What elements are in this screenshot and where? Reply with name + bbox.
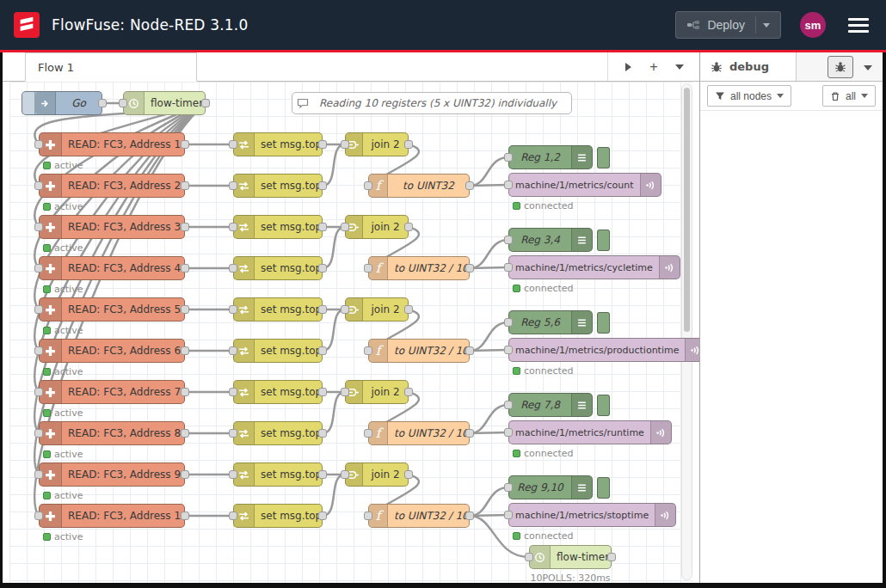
input-port[interactable]	[341, 223, 349, 231]
output-port[interactable]	[318, 388, 327, 396]
node-set-topic-8[interactable]: set msg.topic	[233, 421, 323, 445]
input-port[interactable]	[341, 470, 349, 479]
output-port[interactable]	[465, 511, 474, 520]
debug-toggle-button[interactable]	[597, 477, 610, 499]
output-port[interactable]	[318, 264, 327, 273]
input-port[interactable]	[364, 429, 372, 438]
input-port[interactable]	[341, 388, 349, 396]
scrollbar-thumb[interactable]	[684, 88, 690, 332]
deploy-chevron-down-icon[interactable]	[763, 23, 770, 28]
input-port[interactable]	[229, 264, 237, 273]
node-mqtt-count[interactable]: machine/1/metrics/countconnected	[508, 173, 661, 197]
input-port[interactable]	[504, 401, 513, 409]
node-read-address-4[interactable]: READ: FC3, Address 4active	[39, 256, 185, 280]
node-set-topic-5[interactable]: set msg.topic	[233, 297, 323, 322]
node-mqtt-cycletime[interactable]: machine/1/metrics/cycletimeconnected	[508, 255, 680, 279]
node-func-to-uint32-4[interactable]: fto UINT32 / 100	[368, 421, 470, 445]
input-port[interactable]	[504, 511, 513, 519]
output-port[interactable]	[318, 140, 327, 149]
input-port[interactable]	[229, 305, 237, 314]
node-read-address-9[interactable]: READ: FC3, Address 9active	[39, 462, 185, 487]
input-port[interactable]	[341, 140, 349, 149]
output-port[interactable]	[181, 429, 189, 438]
output-port[interactable]	[181, 305, 189, 314]
node-func-to-uint32-1[interactable]: fto UINT32	[368, 174, 470, 198]
output-port[interactable]	[181, 140, 189, 149]
debug-toggle-button[interactable]	[597, 147, 610, 168]
tab-scroll-right-button[interactable]	[617, 56, 639, 78]
input-port[interactable]	[119, 99, 127, 107]
node-debug-reg-1-2[interactable]: Reg 1,2	[508, 145, 593, 169]
node-debug-reg-3-4[interactable]: Reg 3,4	[508, 228, 593, 252]
input-port[interactable]	[504, 181, 513, 189]
output-port[interactable]	[404, 223, 413, 231]
input-port[interactable]	[504, 483, 513, 492]
node-read-address-8[interactable]: READ: FC3, Address 8active	[39, 421, 185, 445]
input-port[interactable]	[525, 553, 533, 561]
output-port[interactable]	[465, 429, 474, 438]
output-port[interactable]	[318, 470, 327, 479]
input-port[interactable]	[364, 181, 372, 190]
input-port[interactable]	[229, 181, 237, 190]
input-port[interactable]	[34, 346, 43, 355]
debug-toggle-button[interactable]	[597, 395, 610, 416]
node-func-to-uint32-2[interactable]: fto UINT32 / 100	[368, 256, 470, 280]
debug-toggle-button[interactable]	[597, 230, 610, 251]
input-port[interactable]	[364, 346, 372, 355]
node-set-topic-7[interactable]: set msg.topic	[233, 380, 323, 404]
output-port[interactable]	[181, 181, 189, 190]
node-read-address-3[interactable]: READ: FC3, Address 3active	[39, 215, 185, 239]
canvas-vertical-scrollbar[interactable]	[681, 83, 692, 580]
output-port[interactable]	[465, 346, 474, 355]
node-flow-timer-bottom[interactable]: flow-timer 10POLLS: 320ms	[529, 545, 612, 569]
node-debug-reg-9-10[interactable]: Reg 9,10	[508, 475, 593, 499]
node-debug-reg-7-8[interactable]: Reg 7,8	[508, 393, 593, 417]
output-port[interactable]	[181, 223, 189, 231]
user-avatar[interactable]: sm	[800, 12, 826, 38]
output-port[interactable]	[318, 181, 327, 190]
main-menu-button[interactable]	[845, 11, 872, 40]
node-set-topic-10[interactable]: set msg.topic	[233, 504, 323, 528]
output-port[interactable]	[318, 429, 327, 438]
input-port[interactable]	[504, 236, 513, 244]
tab-flow-1[interactable]: Flow 1	[25, 52, 197, 82]
output-port[interactable]	[181, 388, 189, 396]
node-join-4[interactable]: join 2	[345, 380, 409, 404]
deploy-button[interactable]: Deploy	[675, 11, 781, 39]
node-join-2[interactable]: join 2	[345, 215, 409, 239]
sidebar-menu-button[interactable]	[860, 57, 876, 77]
node-set-topic-2[interactable]: set msg.topic	[233, 174, 323, 198]
node-read-address-6[interactable]: READ: FC3, Address 6active	[39, 339, 185, 363]
node-join-5[interactable]: join 2	[345, 462, 409, 487]
debug-panel-button[interactable]	[828, 56, 853, 78]
input-port[interactable]	[504, 153, 513, 162]
node-flow-timer-top[interactable]: flow-timer	[123, 91, 206, 115]
input-port[interactable]	[229, 388, 237, 396]
input-port[interactable]	[34, 511, 43, 520]
input-port[interactable]	[34, 264, 43, 273]
debug-clear-button[interactable]: all	[822, 85, 876, 107]
node-read-address-2[interactable]: READ: FC3, Address 2active	[39, 174, 185, 198]
input-port[interactable]	[229, 470, 237, 479]
input-port[interactable]	[364, 511, 372, 520]
node-func-to-uint32-5[interactable]: fto UINT32 / 100	[368, 504, 470, 528]
node-read-address-7[interactable]: READ: FC3, Address 7active	[39, 380, 185, 404]
output-port[interactable]	[98, 99, 107, 107]
input-port[interactable]	[34, 388, 43, 396]
input-port[interactable]	[504, 263, 513, 272]
node-mqtt-runtime[interactable]: machine/1/metrics/runtimeconnected	[508, 420, 672, 444]
input-port[interactable]	[34, 140, 43, 149]
input-port[interactable]	[34, 223, 43, 231]
output-port[interactable]	[181, 264, 189, 273]
node-read-address-10[interactable]: READ: FC3, Address 10active	[39, 504, 185, 528]
output-port[interactable]	[465, 264, 474, 273]
input-port[interactable]	[34, 470, 43, 479]
node-inject-go[interactable]: Go	[22, 91, 102, 115]
output-port[interactable]	[181, 511, 189, 520]
node-debug-reg-5-6[interactable]: Reg 5,6	[508, 310, 593, 334]
input-port[interactable]	[229, 346, 237, 355]
input-port[interactable]	[364, 264, 372, 273]
output-port[interactable]	[404, 388, 413, 396]
node-mqtt-stoptime[interactable]: machine/1/metrics/stoptimeconnected	[508, 503, 676, 527]
node-set-topic-6[interactable]: set msg.topic	[233, 339, 323, 363]
